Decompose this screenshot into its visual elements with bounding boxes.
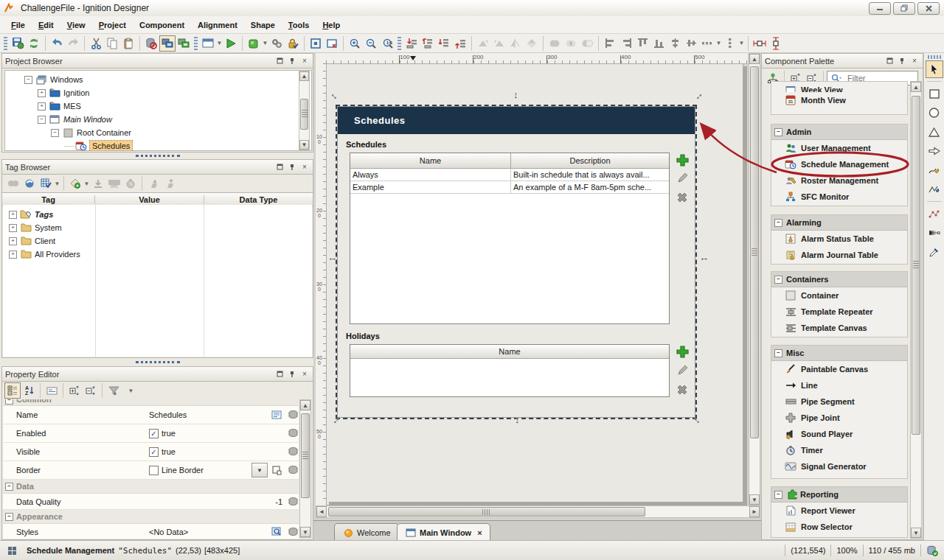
tree-item-main-window[interactable]: − Main Window bbox=[5, 113, 311, 126]
intersect-button[interactable] bbox=[563, 35, 579, 52]
section-appearance[interactable]: −Appearance bbox=[3, 510, 299, 524]
expand-icon[interactable]: + bbox=[38, 89, 46, 97]
palette-item-container[interactable]: Container bbox=[771, 287, 907, 304]
checkbox-checked-icon[interactable]: ✓ bbox=[149, 447, 159, 457]
canvas-horizontal-scrollbar[interactable]: ◄ ► bbox=[316, 505, 760, 518]
refresh-providers-button[interactable] bbox=[21, 175, 38, 192]
tag-item-all-providers[interactable]: + All Providers bbox=[3, 248, 312, 261]
fit-window-button[interactable] bbox=[308, 35, 324, 52]
resize-handle-s[interactable]: ↕ bbox=[515, 414, 520, 425]
fit-canvas-button[interactable] bbox=[324, 35, 340, 52]
menu-edit[interactable]: Edit bbox=[32, 18, 60, 32]
binding-icon[interactable] bbox=[288, 465, 299, 475]
tree-item-root-container[interactable]: − Root Container bbox=[5, 126, 311, 139]
palette-item-sound-player[interactable]: Sound Player bbox=[771, 426, 907, 442]
collapse-icon[interactable]: − bbox=[38, 116, 46, 124]
tag-view-caret[interactable]: ▼ bbox=[54, 175, 60, 192]
move-forward-button[interactable] bbox=[436, 35, 452, 52]
border-config-icon[interactable] bbox=[271, 464, 282, 476]
expand-icon[interactable]: + bbox=[38, 102, 46, 111]
add-tag-button[interactable] bbox=[67, 175, 83, 192]
selection-outline[interactable] bbox=[336, 105, 697, 419]
same-height-button[interactable] bbox=[768, 35, 784, 52]
palette-item-pipe-joint[interactable]: Pipe Joint bbox=[771, 410, 907, 426]
close-icon[interactable]: × bbox=[299, 162, 310, 172]
palette-item-roster-management[interactable]: Roster Management bbox=[771, 172, 907, 189]
column-tag[interactable]: Tag bbox=[2, 195, 94, 204]
menu-project[interactable]: Project bbox=[92, 18, 133, 32]
show-description-button[interactable] bbox=[44, 382, 60, 399]
tab-welcome[interactable]: Welcome bbox=[334, 523, 399, 542]
section-common[interactable]: −Common bbox=[3, 399, 299, 406]
splitter-handle[interactable] bbox=[1, 153, 313, 159]
move-backward-button[interactable] bbox=[420, 35, 436, 52]
property-row-name[interactable]: Name Schedules bbox=[3, 406, 299, 424]
tag-edit-mode-button[interactable] bbox=[38, 175, 54, 192]
space-vertical-button[interactable] bbox=[722, 35, 738, 52]
palette-item-user-management[interactable]: User Management bbox=[771, 140, 907, 156]
column-value[interactable]: Value bbox=[94, 195, 204, 204]
section-data[interactable]: −Data bbox=[3, 480, 299, 494]
security-lock-button[interactable] bbox=[285, 35, 301, 52]
ellipse-tool[interactable] bbox=[926, 104, 943, 122]
zoom-actual-button[interactable]: 1:1 bbox=[379, 35, 395, 52]
pin-icon[interactable] bbox=[897, 56, 907, 66]
float-icon[interactable] bbox=[274, 162, 285, 172]
save-button[interactable] bbox=[10, 35, 26, 52]
tab-close-icon[interactable]: × bbox=[477, 528, 482, 537]
menu-shape[interactable]: Shape bbox=[244, 18, 282, 32]
opc-browse-button[interactable]: OPC bbox=[106, 175, 122, 192]
close-icon[interactable]: × bbox=[299, 369, 310, 379]
palette-group-header-admin[interactable]: −Admin bbox=[771, 125, 907, 140]
checkbox-checked-icon[interactable]: ✓ bbox=[149, 429, 159, 438]
close-icon[interactable]: × bbox=[909, 56, 920, 66]
add-tag-caret[interactable]: ▼ bbox=[83, 175, 90, 192]
sort-alphabetical-button[interactable]: AZ bbox=[21, 382, 37, 399]
binding-icon[interactable] bbox=[288, 447, 299, 457]
find-tag-button[interactable] bbox=[5, 175, 21, 192]
palette-item-week-view[interactable]: Week View bbox=[771, 82, 907, 92]
subtract-button[interactable] bbox=[579, 35, 595, 52]
open-window-caret[interactable]: ▼ bbox=[216, 35, 223, 52]
palette-item-alarm-status-table[interactable]: Alarm Status Table bbox=[771, 231, 907, 247]
minimize-button[interactable] bbox=[869, 2, 891, 15]
property-editor-scrollbar[interactable]: ▲ ▼ bbox=[299, 399, 311, 538]
palette-item-schedule-management[interactable]: Schedule Management bbox=[771, 156, 907, 172]
comm-read-write-button[interactable] bbox=[176, 35, 192, 52]
polygon-tool[interactable] bbox=[926, 123, 943, 141]
close-button[interactable] bbox=[917, 2, 940, 15]
palette-item-month-view[interactable]: 31 Month View bbox=[771, 92, 907, 108]
palette-item-pipe-segment[interactable]: Pipe Segment bbox=[771, 393, 907, 410]
node-edit-tool[interactable] bbox=[926, 205, 943, 223]
move-to-back-button[interactable] bbox=[403, 35, 420, 52]
expand-icon[interactable]: + bbox=[9, 224, 17, 232]
rectangle-tool[interactable] bbox=[926, 85, 943, 102]
property-value[interactable]: Schedules bbox=[149, 410, 271, 419]
collapse-all-button[interactable] bbox=[83, 382, 99, 399]
tag-item-client[interactable]: + Client bbox=[3, 234, 312, 248]
palette-scrollbar[interactable]: ▲ ▼ bbox=[910, 81, 922, 539]
tree-item-windows[interactable]: − Windows bbox=[5, 73, 311, 86]
flip-vertical-button[interactable] bbox=[524, 35, 540, 52]
space-horizontal-caret[interactable]: ▼ bbox=[715, 35, 722, 52]
menu-file[interactable]: File bbox=[4, 18, 32, 32]
pen-tool[interactable] bbox=[926, 161, 943, 179]
eyedropper-tool[interactable] bbox=[926, 243, 943, 261]
palette-item-template-canvas[interactable]: Template Canvas bbox=[771, 320, 907, 336]
palette-item-timer[interactable]: Timer bbox=[771, 442, 907, 458]
import-tags-file-button[interactable] bbox=[162, 175, 178, 192]
menu-component[interactable]: Component bbox=[133, 18, 191, 32]
menu-help[interactable]: Help bbox=[316, 18, 347, 32]
expand-icon[interactable]: + bbox=[9, 237, 17, 245]
rotate-left-button[interactable] bbox=[475, 35, 491, 52]
property-row-border[interactable]: Border Line Border ▼ bbox=[3, 461, 299, 480]
tag-item-system[interactable]: + System bbox=[3, 221, 312, 234]
arrow-tool[interactable] bbox=[926, 142, 943, 160]
resize-handle-w[interactable]: ↔ bbox=[327, 252, 337, 263]
space-horizontal-button[interactable] bbox=[699, 35, 715, 52]
redo-button[interactable] bbox=[65, 35, 81, 52]
flip-horizontal-button[interactable] bbox=[507, 35, 524, 52]
preview-mode-button[interactable] bbox=[223, 35, 239, 52]
property-row-styles[interactable]: Styles <No Data> bbox=[3, 524, 299, 539]
tag-history-button[interactable] bbox=[122, 175, 139, 192]
